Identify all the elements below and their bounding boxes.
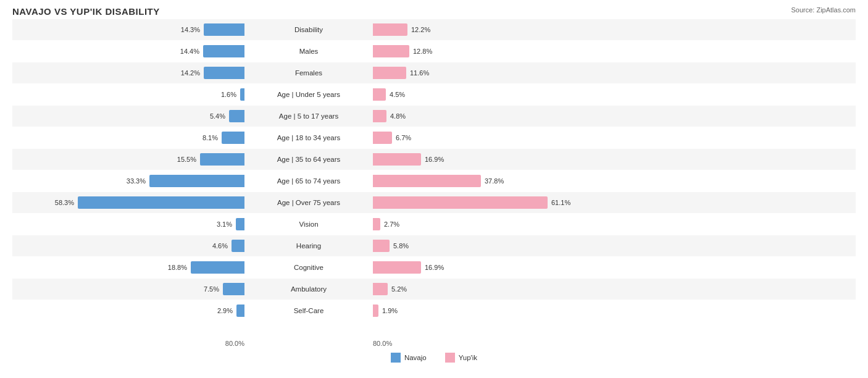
chart-row: 7.5%Ambulatory5.2% bbox=[12, 279, 856, 300]
row-label: Age | Under 5 years bbox=[247, 91, 370, 98]
navajo-value: 18.8% bbox=[168, 264, 187, 271]
chart-row: 5.4%Age | 5 to 17 years4.8% bbox=[12, 106, 856, 127]
navajo-value: 8.1% bbox=[202, 134, 218, 141]
row-label: Age | 5 to 17 years bbox=[247, 112, 370, 120]
chart-row: 2.9%Self-Care1.9% bbox=[12, 300, 856, 321]
row-label: Ambulatory bbox=[247, 285, 370, 293]
navajo-value: 2.9% bbox=[217, 307, 233, 314]
row-label: Age | 18 to 34 years bbox=[247, 134, 370, 141]
navajo-bar bbox=[222, 132, 244, 144]
row-label: Self-Care bbox=[247, 307, 370, 314]
navajo-bar bbox=[78, 196, 244, 209]
navajo-value: 14.2% bbox=[181, 69, 200, 77]
chart-row: 4.6%Hearing5.8% bbox=[12, 235, 856, 256]
axis-row: 80.0% 80.0% bbox=[12, 337, 856, 350]
navajo-value: 14.3% bbox=[181, 26, 200, 33]
navajo-value: 58.3% bbox=[55, 199, 74, 206]
yupik-bar bbox=[373, 23, 407, 36]
navajo-value: 33.3% bbox=[127, 177, 146, 185]
navajo-bar bbox=[191, 261, 244, 274]
chart-row: 33.3%Age | 65 to 74 years37.8% bbox=[12, 170, 856, 191]
row-label: Disability bbox=[247, 26, 370, 33]
row-label: Hearing bbox=[247, 242, 370, 250]
yupik-value: 5.2% bbox=[391, 285, 407, 293]
navajo-value: 3.1% bbox=[217, 220, 232, 228]
legend-yupik-label: Yup'ik bbox=[459, 354, 477, 361]
navajo-bar bbox=[223, 283, 244, 295]
yupik-bar bbox=[373, 240, 390, 252]
yupik-bar bbox=[373, 175, 481, 187]
yupik-value: 2.7% bbox=[384, 220, 399, 228]
chart-area: 14.3%Disability12.2%14.4%Males12.8%14.2%… bbox=[12, 19, 856, 335]
navajo-value: 4.6% bbox=[212, 242, 228, 250]
source-label: Source: ZipAtlas.com bbox=[791, 6, 856, 14]
row-label: Males bbox=[247, 48, 370, 55]
legend-navajo-label: Navajo bbox=[404, 354, 427, 361]
legend-navajo: Navajo bbox=[391, 353, 427, 363]
axis-right: 80.0% bbox=[370, 340, 605, 347]
chart-row: 8.1%Age | 18 to 34 years6.7% bbox=[12, 127, 856, 148]
navajo-bar bbox=[236, 218, 244, 230]
row-label: Females bbox=[247, 69, 370, 77]
yupik-bar bbox=[373, 45, 409, 57]
yupik-bar bbox=[373, 196, 548, 209]
navajo-bar bbox=[149, 175, 244, 187]
navajo-bar bbox=[240, 88, 244, 101]
yupik-value: 16.9% bbox=[425, 264, 444, 271]
legend-pink-box bbox=[445, 353, 455, 363]
yupik-value: 1.9% bbox=[382, 307, 398, 314]
legend-yupik: Yup'ik bbox=[445, 353, 477, 363]
navajo-bar bbox=[236, 304, 244, 317]
yupik-value: 61.1% bbox=[551, 199, 570, 206]
yupik-bar bbox=[373, 110, 386, 122]
navajo-value: 5.4% bbox=[210, 112, 225, 120]
yupik-bar bbox=[373, 304, 378, 317]
yupik-value: 6.7% bbox=[396, 134, 411, 141]
yupik-bar bbox=[373, 67, 406, 79]
chart-row: 58.3%Age | Over 75 years61.1% bbox=[12, 192, 856, 213]
chart-row: 15.5%Age | 35 to 64 years16.9% bbox=[12, 149, 856, 170]
chart-row: 14.3%Disability12.2% bbox=[12, 19, 856, 40]
navajo-value: 15.5% bbox=[177, 156, 196, 163]
legend-blue-box bbox=[391, 353, 401, 363]
navajo-bar bbox=[229, 110, 244, 122]
yupik-value: 5.8% bbox=[393, 242, 409, 250]
chart-row: 3.1%Vision2.7% bbox=[12, 214, 856, 235]
navajo-bar bbox=[200, 153, 244, 166]
navajo-bar bbox=[232, 240, 244, 252]
axis-left: 80.0% bbox=[12, 340, 247, 347]
row-label: Vision bbox=[247, 220, 370, 228]
yupik-value: 16.9% bbox=[425, 156, 444, 163]
chart-row: 14.4%Males12.8% bbox=[12, 41, 856, 62]
yupik-value: 4.5% bbox=[390, 91, 405, 98]
yupik-value: 12.2% bbox=[411, 26, 430, 33]
yupik-value: 37.8% bbox=[485, 177, 504, 185]
navajo-bar bbox=[204, 67, 244, 79]
chart-row: 1.6%Age | Under 5 years4.5% bbox=[12, 84, 856, 105]
navajo-value: 7.5% bbox=[204, 285, 219, 293]
yupik-bar bbox=[373, 88, 386, 101]
yupik-bar bbox=[373, 132, 392, 144]
navajo-value: 14.4% bbox=[180, 48, 199, 55]
navajo-value: 1.6% bbox=[221, 91, 236, 98]
navajo-bar bbox=[203, 45, 244, 57]
chart-row: 18.8%Cognitive16.9% bbox=[12, 257, 856, 278]
yupik-bar bbox=[373, 153, 421, 166]
chart-title: NAVAJO VS YUP'IK DISABILITY bbox=[12, 6, 856, 17]
navajo-bar bbox=[204, 23, 244, 36]
row-label: Age | 35 to 64 years bbox=[247, 156, 370, 163]
row-label: Age | 65 to 74 years bbox=[247, 177, 370, 185]
row-label: Cognitive bbox=[247, 264, 370, 271]
yupik-value: 11.6% bbox=[410, 69, 429, 77]
yupik-bar bbox=[373, 261, 421, 274]
yupik-value: 12.8% bbox=[413, 48, 432, 55]
yupik-bar bbox=[373, 283, 388, 295]
yupik-value: 4.8% bbox=[390, 112, 406, 120]
row-label: Age | Over 75 years bbox=[247, 199, 370, 206]
chart-row: 14.2%Females11.6% bbox=[12, 62, 856, 83]
yupik-bar bbox=[373, 218, 380, 230]
legend: Navajo Yup'ik bbox=[12, 351, 856, 364]
chart-container: NAVAJO VS YUP'IK DISABILITY Source: ZipA… bbox=[0, 0, 868, 378]
